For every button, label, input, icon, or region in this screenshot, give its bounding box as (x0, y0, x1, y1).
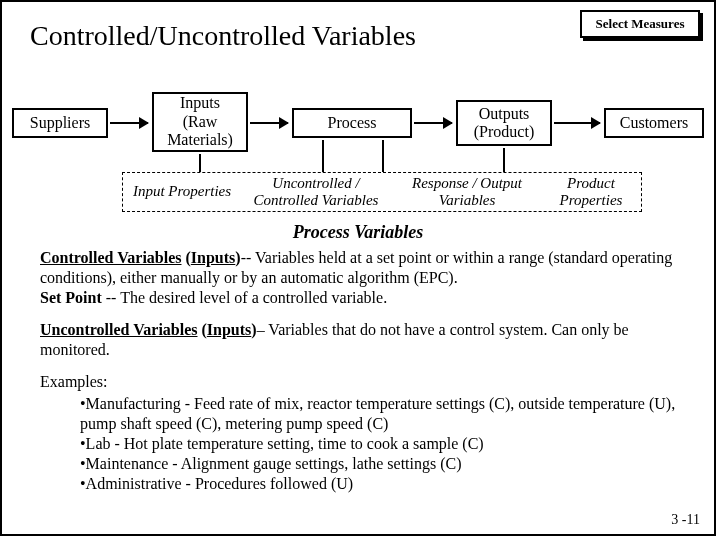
box-customers: Customers (604, 108, 704, 138)
badge-label: Select Measures (580, 10, 700, 38)
arrow-3 (414, 122, 452, 124)
inputs-link-1: Inputs (191, 249, 235, 266)
set-point-label: Set Point (40, 289, 102, 306)
select-measures-badge: Select Measures (580, 10, 700, 38)
arrow-2 (250, 122, 288, 124)
examples-list: •Manufacturing - Feed rate of mix, react… (80, 394, 682, 494)
box-process: Process (292, 108, 412, 138)
box-suppliers: Suppliers (12, 108, 108, 138)
controlled-label: Controlled Variables (40, 249, 182, 266)
process-variables-heading: Process Variables (2, 222, 714, 243)
examples-head: Examples: (40, 372, 682, 392)
page-title: Controlled/Uncontrolled Variables (30, 20, 416, 52)
dash-product-properties: Product Properties (543, 175, 639, 208)
connector-process-2 (382, 140, 384, 172)
dash-controlled-uncontrolled: Uncontrolled / Controlled Variables (241, 175, 391, 208)
dash-response-output: Response / Output Variables (397, 175, 537, 208)
slide-frame: Controlled/Uncontrolled Variables Select… (0, 0, 716, 536)
dash-input-properties: Input Properties (127, 183, 237, 200)
para-controlled: Controlled Variables (Inputs)-- Variable… (40, 248, 682, 308)
process-variables-group: Input Properties Uncontrolled / Controll… (122, 172, 642, 212)
body-text: Controlled Variables (Inputs)-- Variable… (40, 248, 682, 494)
inputs-link-2: Inputs (207, 321, 251, 338)
connector-process-1 (322, 140, 324, 172)
connector-outputs (503, 148, 505, 172)
example-administrative: •Administrative - Procedures followed (U… (80, 474, 682, 494)
arrow-4 (554, 122, 600, 124)
box-inputs: Inputs (Raw Materials) (152, 92, 248, 152)
sipoc-flow: Suppliers Inputs (Raw Materials) Process… (2, 92, 714, 162)
arrow-1 (110, 122, 148, 124)
uncontrolled-label: Uncontrolled Variables (40, 321, 198, 338)
example-maintenance: •Maintenance - Alignment gauge settings,… (80, 454, 682, 474)
para-uncontrolled: Uncontrolled Variables (Inputs)– Variabl… (40, 320, 682, 360)
page-number: 3 -11 (671, 512, 700, 528)
connector-inputs (199, 154, 201, 172)
example-manufacturing: •Manufacturing - Feed rate of mix, react… (80, 394, 682, 434)
example-lab: •Lab - Hot plate temperature setting, ti… (80, 434, 682, 454)
box-outputs: Outputs (Product) (456, 100, 552, 146)
